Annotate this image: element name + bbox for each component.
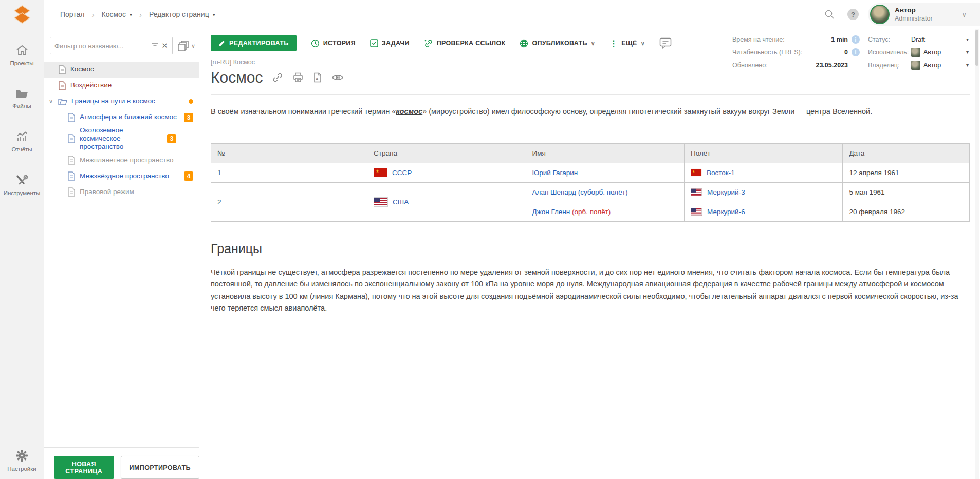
count-badge: 3 [184,113,193,122]
chevron-down-icon: ∨ [191,43,195,49]
app-logo-icon[interactable] [11,3,33,26]
page-icon [58,65,66,74]
breadcrumb-space[interactable]: Космос ▾ [102,10,132,18]
link-check-button[interactable]: ПРОВЕРКА ССЫЛОК [424,39,506,48]
col-country: Страна [367,143,526,163]
copy-link-icon[interactable] [272,72,283,83]
table-row: 2 США Алан Шепард (суборб. полёт) Меркур… [211,182,970,202]
sidebar-item-tools[interactable]: Инструменты [0,174,44,196]
title-divider [211,94,970,95]
caret-down-icon: ▾ [966,36,969,42]
publish-button[interactable]: ОПУБЛИКОВАТЬ ∨ [520,39,595,48]
pencil-icon [218,40,225,47]
tree-item-okolozemnoe[interactable]: Околоземное космическое пространство 3 [44,125,199,152]
copy-pages-icon [178,40,189,51]
caret-down-icon: ▾ [966,49,969,55]
tree-item-vozdeystvie[interactable]: Воздействие [44,78,199,93]
folder-icon [15,88,29,99]
avatar [911,61,920,70]
tree-item-atmosfera[interactable]: Атмосфера и ближний космос 3 [44,109,199,125]
flight-link[interactable]: Меркурий-6 [707,208,745,216]
count-badge: 4 [184,171,193,181]
filter-options-icon[interactable] [152,42,158,50]
owner-value: Автор [923,62,941,69]
comments-button[interactable] [659,37,672,49]
reading-time-row: Время на чтение: 1 min i [732,33,860,46]
help-icon[interactable]: ? [847,9,859,20]
expand-caret-icon[interactable]: ∨ [49,98,58,105]
scrollbar-track[interactable] [975,29,979,479]
flight-link[interactable]: Меркурий-3 [707,188,745,196]
astronaut-link[interactable]: Джон Гленн [532,208,570,216]
astronaut-link[interactable]: Алан Шепард (суборб. полёт) [532,188,628,196]
gear-icon [15,449,28,462]
page-view-mode-button[interactable]: ∨ [178,40,195,51]
clear-filter-icon[interactable]: ✕ [161,41,168,50]
table-header-row: № Страна Имя Полёт Дата [211,143,970,163]
country-link[interactable]: США [393,198,409,206]
kosmos-term-link[interactable]: космос [396,107,422,116]
tree-item-mezhzvezdnoe[interactable]: Межзвёздное пространство 4 [44,168,199,184]
info-icon[interactable]: i [852,48,860,56]
kebab-icon: ⋮ [609,39,618,48]
svg-text:A: A [316,76,319,81]
top-header: Портал › Космос ▾ › Редактор страниц ▾ ? [44,0,980,29]
history-button[interactable]: ИСТОРИЯ [311,39,356,48]
col-name: Имя [526,143,684,163]
breadcrumb-separator-icon: › [139,10,142,19]
page-icon [67,171,76,181]
owner-select[interactable]: Владелец: Автор ▾ [868,59,969,71]
pdf-export-icon[interactable]: A [313,72,322,83]
updated-row: Обновлено: 23.05.2023 [732,59,860,71]
info-icon[interactable]: i [852,35,860,44]
tree-item-pravovoy-rezhim[interactable]: Правовой режим [44,184,199,200]
sidebar-item-settings[interactable]: Настройки [0,449,44,472]
count-badge: 3 [167,134,176,143]
country-link[interactable]: СССР [392,169,412,177]
app-window: Портал › Космос ▾ › Редактор страниц ▾ ? [0,0,980,479]
assignee-select[interactable]: Исполнитель: Автор ▾ [868,46,969,59]
breadcrumb-portal[interactable]: Портал [60,10,85,18]
caret-down-icon: ▾ [130,12,132,17]
sidebar-item-projects[interactable]: Проекты [0,44,44,66]
tree-item-kosmos[interactable]: Космос [44,62,199,78]
sidebar-item-reports[interactable]: Отчёты [0,130,44,152]
usa-flag-icon [691,188,702,196]
preview-eye-icon[interactable] [331,73,344,82]
tree-item-granitsy-folder[interactable]: ∨ Границы на пути в космос [44,93,199,109]
table-row: 1 СССР Юрий Гагарин Восток-1 12 апреля 1… [211,163,970,182]
chevron-down-icon: ∨ [591,40,595,47]
avatar [911,48,920,57]
tree-footer: НОВАЯ СТРАНИЦА ИМПОРТИРОВАТЬ [44,447,199,479]
flight-type-note: (орб. полёт) [572,208,611,216]
user-menu[interactable]: Автор Administrator ∨ [868,3,980,26]
breadcrumb: Портал › Космос ▾ › Редактор страниц ▾ [60,10,215,19]
more-button[interactable]: ⋮ ЕЩЁ ∨ [609,39,645,48]
status-select[interactable]: Статус: Draft ▾ [868,33,969,46]
usa-flag-icon [691,208,702,216]
chevron-down-icon: ∨ [641,40,645,47]
cosmonaut-link[interactable]: Юрий Гагарин [532,169,578,177]
scrollbar-thumb[interactable] [975,30,978,66]
chart-icon [15,130,29,143]
tasks-button[interactable]: ЗАДАЧИ [370,39,410,47]
user-name: Автор [895,6,933,15]
breadcrumb-page-editor[interactable]: Редактор страниц ▾ [149,10,215,18]
flight-link[interactable]: Восток-1 [707,169,735,177]
ussr-flag-icon [374,168,387,177]
print-icon[interactable] [292,72,304,83]
edit-button[interactable]: РЕДАКТИРОВАТЬ [211,35,297,51]
readability-value: 0 [844,49,848,56]
new-page-button[interactable]: НОВАЯ СТРАНИЦА [54,456,114,479]
page-icon [58,81,66,90]
import-button[interactable]: ИМПОРТИРОВАТЬ [121,456,199,479]
search-icon[interactable] [821,6,838,23]
sidebar-item-files[interactable]: Файлы [0,88,44,109]
ussr-flag-icon [691,169,701,176]
filter-input[interactable] [54,42,149,50]
globe-icon [520,39,528,48]
page-meta-panel: Время на чтение: 1 min i Читабельность (… [732,33,969,71]
tree-item-mezhplanetnoe[interactable]: Межпланетное пространство [44,152,199,168]
page-tree-panel: ✕ ∨ Космос Воздействие ∨ Границы на п [44,29,199,479]
updated-value: 23.05.2023 [816,62,848,69]
